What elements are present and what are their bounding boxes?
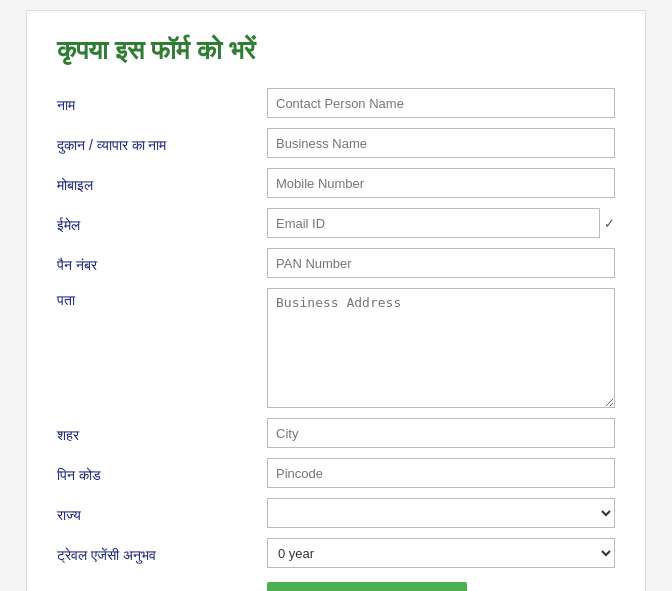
pan-label: पैन नंबर bbox=[57, 253, 267, 274]
shop-row: दुकान / व्यापार का नाम bbox=[57, 128, 615, 158]
submit-row: सबमिट bbox=[57, 582, 615, 591]
pincode-input[interactable] bbox=[267, 458, 615, 488]
email-input[interactable] bbox=[267, 208, 600, 238]
email-wrapper: ✓ bbox=[267, 208, 615, 238]
name-label: नाम bbox=[57, 93, 267, 114]
state-label: राज्य bbox=[57, 503, 267, 524]
city-label: शहर bbox=[57, 423, 267, 444]
name-input[interactable] bbox=[267, 88, 615, 118]
pincode-row: पिन कोड bbox=[57, 458, 615, 488]
pincode-label: पिन कोड bbox=[57, 463, 267, 484]
mobile-label: मोबाइल bbox=[57, 173, 267, 194]
form-title: कृपया इस फॉर्म को भरें bbox=[57, 35, 615, 66]
name-row: नाम bbox=[57, 88, 615, 118]
mobile-input[interactable] bbox=[267, 168, 615, 198]
pan-row: पैन नंबर bbox=[57, 248, 615, 278]
shop-input[interactable] bbox=[267, 128, 615, 158]
address-row: पता bbox=[57, 288, 615, 408]
form-container: कृपया इस फॉर्म को भरें नाम दुकान / व्याप… bbox=[26, 10, 646, 591]
experience-select[interactable]: 0 year 1 year 2 year 3 year 4 year 5+ ye… bbox=[267, 538, 615, 568]
state-row: राज्य Andhra Pradesh Delhi Gujarat Karna… bbox=[57, 498, 615, 528]
submit-button[interactable]: सबमिट bbox=[267, 582, 467, 591]
city-input[interactable] bbox=[267, 418, 615, 448]
address-label: पता bbox=[57, 288, 267, 309]
mobile-row: मोबाइल bbox=[57, 168, 615, 198]
state-select[interactable]: Andhra Pradesh Delhi Gujarat Karnataka M… bbox=[267, 498, 615, 528]
experience-label: ट्रेवल एजेंसी अनुभव bbox=[57, 543, 267, 564]
email-row: ईमेल ✓ bbox=[57, 208, 615, 238]
email-check-icon: ✓ bbox=[604, 216, 615, 231]
pan-input[interactable] bbox=[267, 248, 615, 278]
experience-row: ट्रेवल एजेंसी अनुभव 0 year 1 year 2 year… bbox=[57, 538, 615, 568]
city-row: शहर bbox=[57, 418, 615, 448]
email-label: ईमेल bbox=[57, 213, 267, 234]
address-input[interactable] bbox=[267, 288, 615, 408]
shop-label: दुकान / व्यापार का नाम bbox=[57, 133, 267, 154]
